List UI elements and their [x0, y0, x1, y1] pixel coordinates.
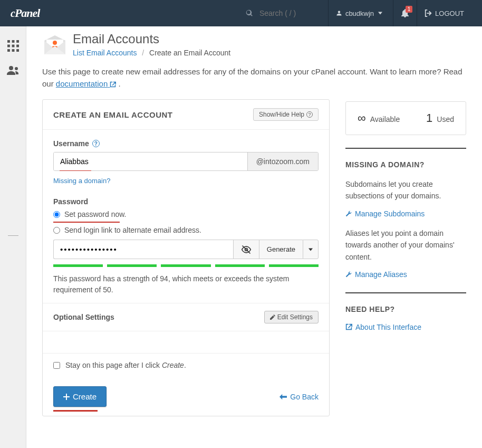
strength-text: This password has a strength of 94, whic… [53, 273, 319, 296]
username-label: Username [53, 139, 89, 148]
arrow-left-icon [279, 394, 287, 400]
grid-icon[interactable] [5, 38, 21, 54]
svg-rect-6 [7, 49, 10, 52]
page-title: Email Accounts [73, 32, 230, 46]
topbar: cPanel cbudkwjn 1 LOGOUT [0, 0, 482, 26]
strength-meter [53, 264, 319, 267]
page-header: Email Accounts List Email Accounts / Cre… [42, 32, 466, 59]
eye-slash-icon [241, 244, 252, 255]
help-icon[interactable]: ? [92, 140, 100, 147]
stay-checkbox[interactable] [53, 362, 60, 369]
password-input[interactable] [53, 240, 233, 259]
reveal-button[interactable] [233, 240, 259, 259]
search-input[interactable] [259, 9, 317, 17]
sidebar [0, 26, 26, 448]
username-input[interactable] [54, 152, 247, 170]
alias-text: Aliases let you point a domain towards a… [345, 227, 466, 263]
svg-rect-7 [12, 49, 14, 52]
create-button[interactable]: Create [53, 386, 107, 407]
create-card: CREATE AN EMAIL ACCOUNT Show/Hide Help ?… [42, 99, 330, 416]
used-label: Used [437, 115, 454, 123]
subdomain-text: Subdomains let you create subsections of… [345, 178, 466, 202]
caret-down-icon [378, 11, 382, 15]
search-icon [246, 9, 253, 17]
breadcrumb: List Email Accounts / Create an Email Ac… [73, 49, 230, 57]
go-back-link[interactable]: Go Back [279, 393, 319, 401]
external-icon [345, 323, 352, 330]
cpanel-logo: cPanel [11, 6, 40, 20]
logout-label: LOGOUT [435, 9, 464, 17]
svg-point-9 [9, 66, 13, 70]
infinity-icon: ∞ [358, 111, 366, 125]
about-interface-link[interactable]: About This Interface [345, 323, 466, 331]
generate-button[interactable]: Generate [259, 240, 303, 259]
users-icon[interactable] [5, 62, 21, 78]
missing-domain-link[interactable]: Missing a domain? [53, 177, 110, 185]
used-value: 1 [426, 111, 432, 125]
domain-label[interactable]: @intozoom.com [247, 152, 318, 170]
notifications[interactable]: 1 [393, 0, 417, 26]
manage-aliases-link[interactable]: Manage Aliases [345, 270, 466, 279]
intro-text: Use this page to create new email addres… [42, 66, 466, 90]
svg-rect-5 [16, 45, 19, 47]
username-label: cbudkwjn [345, 9, 374, 17]
missing-domain-section: MISSING A DOMAIN? Subdomains let you cre… [345, 148, 466, 279]
documentation-link[interactable]: documentation [56, 79, 117, 88]
footer: cPanel® 94.0.13 Home Trademarks Privacy … [42, 437, 466, 448]
missing-domain-title: MISSING A DOMAIN? [345, 160, 466, 169]
notify-count: 1 [406, 6, 412, 13]
svg-rect-4 [12, 45, 14, 47]
edit-settings-button[interactable]: Edit Settings [264, 311, 319, 323]
question-icon: ? [306, 111, 313, 118]
svg-rect-3 [7, 45, 10, 47]
manage-subdomains-link[interactable]: Manage Subdomains [345, 209, 466, 218]
available-label: Available [370, 115, 400, 123]
section-title: CREATE AN EMAIL ACCOUNT [53, 110, 173, 119]
password-label: Password [53, 197, 88, 206]
stats-box: ∞ Available 1 Used [345, 101, 466, 135]
logout-button[interactable]: LOGOUT [417, 0, 471, 26]
user-menu[interactable]: cbudkwjn [328, 0, 393, 26]
svg-rect-2 [16, 40, 19, 43]
help-toggle-button[interactable]: Show/Hide Help ? [253, 108, 319, 121]
breadcrumb-list[interactable]: List Email Accounts [73, 49, 137, 57]
envelope-icon [42, 33, 68, 59]
radio-send-link-input[interactable] [53, 227, 60, 234]
optional-title: Optional Settings [53, 313, 114, 321]
radio-send-link[interactable]: Send login link to alternate email addre… [53, 226, 319, 234]
search-wrap[interactable] [246, 9, 317, 17]
svg-rect-0 [7, 40, 10, 43]
generate-dropdown[interactable] [303, 240, 319, 259]
pencil-icon [270, 314, 275, 320]
need-help-section: NEED HELP? About This Interface [345, 292, 466, 331]
caret-down-icon [309, 247, 313, 252]
logout-icon [425, 9, 432, 17]
need-help-title: NEED HELP? [345, 305, 466, 313]
radio-set-now-input[interactable] [53, 211, 60, 218]
user-icon [336, 10, 342, 16]
bell-icon: 1 [401, 9, 409, 17]
stay-label: Stay on this page after I click Create. [65, 361, 186, 369]
wrench-icon [345, 211, 352, 217]
svg-point-10 [15, 67, 18, 70]
plus-icon [63, 394, 70, 400]
wrench-icon [345, 271, 352, 278]
svg-rect-1 [12, 40, 14, 43]
radio-set-now[interactable]: Set password now. [53, 210, 319, 218]
svg-rect-8 [16, 49, 19, 52]
breadcrumb-current: Create an Email Account [149, 49, 230, 57]
